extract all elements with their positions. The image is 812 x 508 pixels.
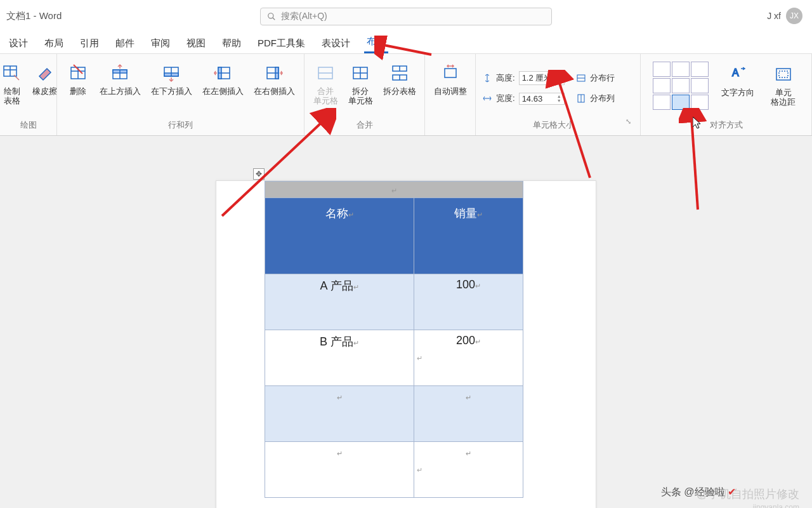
avatar: JX (786, 8, 802, 24)
svg-line-1 (273, 18, 275, 20)
distribute-rows-button[interactable]: 分布行 (576, 71, 615, 85)
watermark-url: jingyanla.com (753, 503, 799, 508)
tab-tabledesign[interactable]: 表设计 (319, 34, 353, 53)
tab-pdftools[interactable]: PDF工具集 (255, 34, 308, 53)
table-cell[interactable]: ↵ (414, 442, 523, 498)
document-table[interactable]: ↵ 名称↵↵ 销量↵ A 产品↵↵ 100↵ B 产品↵↵ 200↵ ↵↵ ↵ … (265, 181, 523, 498)
cellsize-dialog-launcher[interactable]: ⤡ (625, 117, 635, 133)
align-bc[interactable] (672, 95, 690, 110)
split-cells-icon (349, 62, 372, 84)
ribbon-tabs: 设计 布局 引用 邮件 审阅 视图 帮助 PDF工具集 表设计 布局 (0, 32, 812, 53)
insert-right-icon (263, 62, 285, 84)
align-grid (653, 62, 709, 110)
merge-cells-button: 合并 单元格 (310, 60, 342, 107)
align-br[interactable] (691, 95, 709, 110)
table-cell[interactable]: A 产品↵↵ (265, 274, 414, 330)
table-cell[interactable]: 100↵ (414, 274, 523, 330)
svg-rect-36 (776, 69, 790, 80)
autofit-icon (439, 62, 462, 84)
delete-icon (67, 62, 89, 84)
align-tl[interactable] (653, 62, 671, 77)
group-rows-cols: 删除 在上方插入 在下方插入 在左侧插入 在右侧插入 行和列 (57, 54, 304, 135)
width-field[interactable]: 宽度: 14.63▲▼ (482, 91, 565, 106)
align-mr[interactable] (691, 78, 709, 93)
search-placeholder: 搜索(Alt+Q) (281, 11, 327, 22)
table-cell[interactable]: 200↵ (414, 330, 523, 386)
table-cell[interactable]: B 产品↵↵ (265, 330, 414, 386)
eraser-icon (34, 62, 56, 84)
group-draw: 绘制 表格 橡皮擦 绘图 (0, 54, 57, 135)
group-label-rowscols: 行和列 (58, 117, 303, 133)
tab-mailings[interactable]: 邮件 (113, 34, 137, 53)
group-cellsize: 高度: 1.2 厘米▲▼ 分布行 宽度: 14.63▲▼ 分布列 (476, 54, 641, 135)
split-cells-button[interactable]: 拆分 单元格 (344, 60, 377, 107)
table-cell[interactable]: ↵↵ (265, 386, 414, 442)
table-move-handle[interactable]: ✥ (253, 168, 265, 180)
height-field[interactable]: 高度: 1.2 厘米▲▼ (482, 70, 565, 86)
eraser-button[interactable]: 橡皮擦 (30, 60, 60, 98)
delete-button[interactable]: 删除 (63, 60, 93, 98)
distribute-rows-icon (576, 73, 586, 83)
tab-layout[interactable]: 布局 (42, 34, 66, 53)
tab-help[interactable]: 帮助 (219, 34, 244, 53)
split-table-button[interactable]: 拆分表格 (379, 60, 420, 98)
align-tc[interactable] (672, 62, 690, 77)
insert-below-icon (160, 62, 183, 84)
insert-below-button[interactable]: 在下方插入 (147, 60, 196, 98)
document-canvas[interactable]: ✥ ↵ 名称↵↵ 销量↵ A 产品↵↵ 100↵ B 产品↵↵ 200↵ ↵↵ … (0, 136, 812, 508)
autofit-button[interactable]: 自动调整 (430, 60, 471, 98)
distribute-cols-button[interactable]: 分布列 (576, 91, 615, 105)
document-title: 文档1 - Word (6, 10, 62, 22)
search-input[interactable]: 搜索(Alt+Q) (260, 8, 552, 25)
group-label-cellsize: 单元格大小 (481, 117, 625, 133)
table-cell[interactable]: ↵↵ (265, 442, 414, 498)
tab-tablelayout[interactable]: 布局 (364, 32, 388, 53)
svg-rect-37 (779, 71, 788, 77)
group-align: A 文字方向 单元 格边距 对齐方式 (641, 54, 812, 135)
group-autofit: 自动调整 (425, 54, 476, 135)
page: ✥ ↵ 名称↵↵ 销量↵ A 产品↵↵ 100↵ B 产品↵↵ 200↵ ↵↵ … (216, 180, 596, 508)
align-tr[interactable] (691, 62, 709, 77)
align-mc[interactable] (672, 78, 690, 93)
table-cell[interactable]: ↵ (414, 386, 523, 442)
split-table-icon (388, 62, 411, 84)
cell-margins-button[interactable]: 单元 格边距 (767, 62, 799, 109)
distribute-cols-icon (576, 93, 586, 104)
svg-point-0 (268, 13, 273, 18)
insert-above-button[interactable]: 在上方插入 (96, 60, 145, 98)
tab-design[interactable]: 设计 (6, 34, 30, 53)
titlebar: 文档1 - Word 搜索(Alt+Q) J xf JX (0, 0, 812, 32)
svg-rect-30 (445, 69, 456, 77)
table-top-row[interactable]: ↵ (265, 182, 523, 198)
cursor-icon (693, 117, 703, 130)
user-area[interactable]: J xf JX (767, 8, 802, 24)
user-name: J xf (767, 11, 781, 21)
cell-margins-icon (772, 63, 795, 86)
width-icon (482, 93, 492, 104)
text-direction-icon: A (726, 63, 749, 86)
table-header-sales[interactable]: 销量↵ (414, 198, 523, 274)
tab-references[interactable]: 引用 (77, 34, 102, 53)
merge-cells-icon (314, 62, 337, 84)
svg-text:A: A (732, 67, 739, 78)
tab-view[interactable]: 视图 (184, 34, 208, 53)
table-header-name[interactable]: 名称↵↵ (265, 198, 414, 274)
group-merge: 合并 单元格 拆分 单元格 拆分表格 合并 (304, 54, 425, 135)
align-ml[interactable] (653, 78, 671, 93)
group-label-merge: 合并 (306, 117, 423, 133)
insert-left-icon (211, 62, 234, 84)
insert-right-button[interactable]: 在右侧插入 (250, 60, 299, 98)
search-icon (267, 12, 276, 21)
text-direction-button[interactable]: A 文字方向 (717, 62, 758, 99)
watermark-brand: 头条 @经验啦 ✔ (661, 486, 736, 499)
insert-above-icon (108, 62, 131, 84)
draw-table-icon (1, 62, 23, 84)
ribbon: 绘制 表格 橡皮擦 绘图 删除 在上方插入 在下方插入 (0, 53, 812, 136)
insert-left-button[interactable]: 在左侧插入 (199, 60, 247, 98)
align-bl[interactable] (653, 95, 671, 110)
height-icon (482, 73, 492, 83)
tab-review[interactable]: 审阅 (148, 34, 173, 53)
group-label-align: 对齐方式 (642, 117, 810, 133)
draw-table-button[interactable]: 绘制 表格 (0, 60, 27, 107)
group-label-draw: 绘图 (1, 117, 55, 133)
